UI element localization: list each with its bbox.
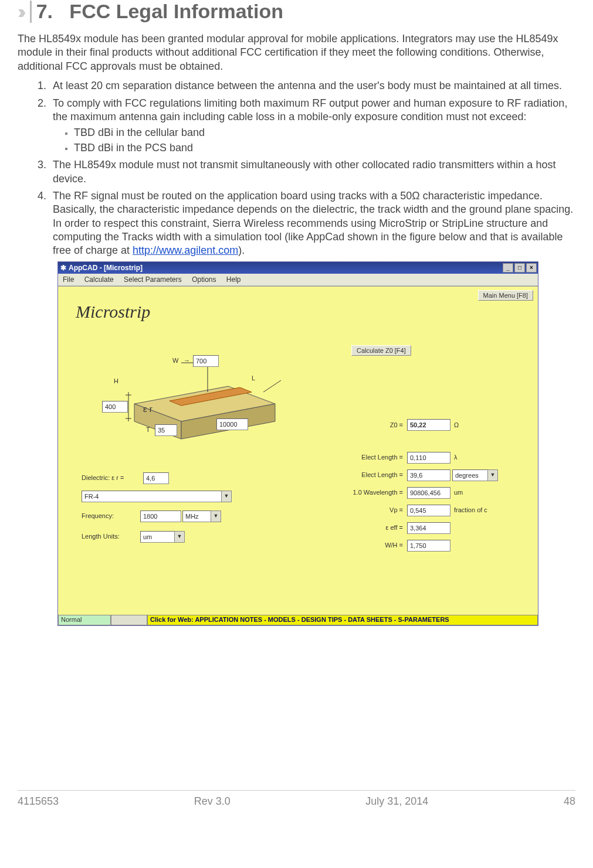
er-label: ε r (143, 404, 153, 414)
l-input[interactable]: 10000 (216, 418, 248, 430)
wh-label: W/H = (356, 542, 403, 549)
w-input[interactable]: 700 (193, 355, 219, 367)
page-number: 48 (564, 795, 575, 808)
t-input[interactable]: 35 (155, 424, 177, 436)
list-item: The RF signal must be routed on the appl… (49, 189, 575, 258)
vp-unit: fraction of c (454, 506, 487, 513)
page-footer: 4115653 Rev 3.0 July 31, 2014 48 (18, 791, 575, 819)
intro-paragraph: The HL8549x module has been granted modu… (18, 32, 575, 73)
dropdown-icon[interactable]: ▼ (487, 469, 498, 481)
vp-label: Vp = (356, 506, 403, 513)
dielectric-label: Dielectric: ε r = (82, 474, 124, 481)
w-label: W (172, 357, 178, 364)
elen2-output: 39,6 (407, 469, 450, 481)
appcad-figure: ✱ AppCAD - [Microstrip] _ □ × File Calcu… (57, 261, 538, 626)
z0-output: 50,22 (407, 419, 450, 431)
heading-number: 7. (36, 0, 53, 22)
close-icon[interactable]: × (526, 263, 537, 273)
menu-calculate[interactable]: Calculate (84, 275, 114, 284)
elen1-label: Elect Length = (344, 454, 403, 461)
divider (30, 1, 32, 23)
statusbar: Normal Click for Web: APPLICATION NOTES … (58, 615, 538, 625)
menu-file[interactable]: File (63, 275, 74, 284)
dielectric-input[interactable]: 4,6 (143, 472, 169, 484)
maximize-icon[interactable]: □ (514, 263, 525, 273)
heading-text: FCC Legal Information (69, 0, 283, 22)
menu-select-parameters[interactable]: Select Parameters (124, 275, 182, 284)
svg-line-9 (263, 380, 281, 392)
sub-list: TBD dBi in the cellular band TBD dBi in … (57, 126, 575, 155)
dropdown-icon[interactable]: ▼ (174, 531, 185, 543)
dropdown-icon[interactable]: ▼ (211, 510, 221, 522)
dropdown-icon[interactable]: ▼ (221, 491, 232, 502)
eeff-label: ε eff = (356, 524, 403, 531)
vp-output: 0,545 (407, 505, 450, 516)
app-icon: ✱ (60, 264, 66, 272)
calculate-button[interactable]: Calculate Z0 [F4] (351, 345, 411, 356)
sub-list-item: TBD dBi in the cellular band (74, 126, 575, 139)
t-label: T (146, 426, 150, 433)
window-title: AppCAD - [Microstrip] (69, 264, 143, 272)
frequency-input[interactable]: 1800 (140, 510, 181, 522)
material-select[interactable]: FR-4 (82, 491, 222, 502)
wavelength-output: 90806,456 (407, 487, 450, 499)
h-input[interactable]: 400 (102, 401, 128, 413)
list-item: At least 20 cm separation distance betwe… (49, 79, 575, 93)
z0-label: Z0 = (356, 421, 403, 428)
elen1-output: 0,110 (407, 452, 450, 464)
list-item: To comply with FCC regulations limiting … (49, 97, 575, 155)
h-label: H (114, 377, 118, 384)
l-label: L (252, 375, 255, 382)
conditions-list: At least 20 cm separation distance betwe… (29, 79, 575, 258)
length-units-select[interactable]: um (140, 531, 175, 543)
length-units-label: Length Units: (82, 533, 120, 540)
microstrip-diagram (93, 333, 293, 457)
appcad-canvas: Main Menu [F8] Microstrip Calculate Z0 [… (58, 286, 538, 615)
agilent-link[interactable]: http://www.agilent.com (133, 244, 238, 256)
list-item: The HL8549x module must not transmit sim… (49, 158, 575, 186)
z0-unit: Ω (454, 421, 459, 428)
main-menu-button[interactable]: Main Menu [F8] (478, 290, 533, 301)
menu-options[interactable]: Options (192, 275, 216, 284)
status-mode: Normal (58, 615, 111, 625)
wh-output: 1,750 (407, 540, 450, 552)
frequency-label: Frequency: (82, 512, 114, 519)
status-web-link[interactable]: Click for Web: APPLICATION NOTES - MODEL… (147, 615, 538, 625)
appcad-window: ✱ AppCAD - [Microstrip] _ □ × File Calcu… (57, 261, 538, 626)
wavelength-unit: um (454, 489, 463, 496)
doc-revision: Rev 3.0 (194, 795, 231, 808)
menubar: File Calculate Select Parameters Options… (58, 274, 538, 286)
chevrons-icon: ›› (18, 0, 22, 23)
wavelength-label: 1.0 Wavelength = (333, 489, 403, 496)
doc-id: 4115653 (18, 795, 59, 808)
elen2-label: Elect Length = (344, 471, 403, 478)
page-title: 7. FCC Legal Information (36, 0, 283, 23)
section-header: ›› 7. FCC Legal Information (18, 0, 575, 23)
panel-title: Microstrip (76, 302, 150, 322)
elen1-unit: λ (454, 454, 458, 461)
elen2-unit-select[interactable]: degrees (452, 469, 489, 481)
doc-date: July 31, 2014 (365, 795, 428, 808)
titlebar: ✱ AppCAD - [Microstrip] _ □ × (58, 262, 538, 274)
eeff-output: 3,364 (407, 522, 450, 534)
sub-list-item: TBD dBi in the PCS band (74, 141, 575, 155)
menu-help[interactable]: Help (226, 275, 241, 284)
frequency-unit-select[interactable]: MHz (182, 510, 212, 522)
minimize-icon[interactable]: _ (503, 263, 513, 273)
